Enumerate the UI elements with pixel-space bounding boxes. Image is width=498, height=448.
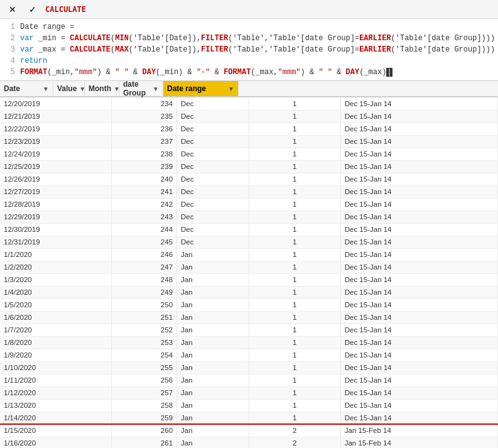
cell-daterange: Jan 15-Feb 14: [340, 437, 497, 448]
cell-daterange: Dec 15-Jan 14: [340, 311, 497, 324]
cell-value: 235: [111, 110, 176, 123]
cell-dategroup: 1: [249, 210, 340, 223]
cell-daterange: Dec 15-Jan 14: [340, 374, 497, 386]
cell-month: Jan: [177, 336, 249, 349]
cell-daterange: Dec 15-Jan 14: [340, 148, 497, 160]
cell-value: 236: [111, 123, 176, 135]
cell-value: 238: [111, 148, 176, 160]
table-row: 12/27/2019 241 Dec 1 Dec 15-Jan 14: [0, 185, 498, 198]
cell-dategroup: 1: [249, 123, 340, 135]
cell-dategroup: 1: [249, 349, 340, 361]
sort-arrow-daterange: ▼: [228, 85, 234, 92]
cell-month: Dec: [177, 110, 249, 123]
table-row: 12/25/2019 239 Dec 1 Dec 15-Jan 14: [0, 160, 498, 173]
cell-month: Dec: [177, 97, 249, 110]
table-row: 12/22/2019 236 Dec 1 Dec 15-Jan 14: [0, 123, 498, 135]
cell-daterange: Dec 15-Jan 14: [340, 135, 497, 148]
cell-month: Dec: [177, 123, 249, 135]
table-row: 1/9/2020 254 Jan 1 Dec 15-Jan 14: [0, 349, 498, 361]
cell-value: 255: [111, 361, 176, 374]
cell-month: Jan: [177, 324, 249, 336]
cell-date: 1/6/2020: [0, 311, 111, 324]
cell-value: 261: [111, 437, 176, 448]
table-row: 12/24/2019 238 Dec 1 Dec 15-Jan 14: [0, 148, 498, 160]
cell-date: 12/21/2019: [0, 110, 111, 123]
code-line-3: 3 var _max = CALCULATE(MAX('Table'[Date]…: [5, 44, 493, 55]
cell-daterange: Dec 15-Jan 14: [340, 349, 497, 361]
cell-date: 1/8/2020: [0, 336, 111, 349]
table-container: 12/20/2019 234 Dec 1 Dec 15-Jan 14 12/21…: [0, 97, 498, 448]
cell-date: 1/14/2020: [0, 412, 111, 424]
cell-dategroup: 1: [249, 261, 340, 273]
cell-value: 246: [111, 248, 176, 261]
cell-date: 12/24/2019: [0, 148, 111, 160]
cell-date: 1/9/2020: [0, 349, 111, 361]
cell-month: Dec: [177, 148, 249, 160]
table-row: 1/1/2020 246 Jan 1 Dec 15-Jan 14: [0, 248, 498, 261]
data-table: 12/20/2019 234 Dec 1 Dec 15-Jan 14 12/21…: [0, 97, 498, 448]
col-header-value[interactable]: Value ▼: [53, 81, 85, 96]
col-header-month[interactable]: Month ▼: [85, 81, 119, 96]
cell-month: Jan: [177, 424, 249, 437]
cell-month: Dec: [177, 135, 249, 148]
cell-value: 239: [111, 160, 176, 173]
cell-date: 12/22/2019: [0, 123, 111, 135]
cell-month: Jan: [177, 437, 249, 448]
cell-dategroup: 1: [249, 223, 340, 236]
confirm-button[interactable]: ✓: [25, 2, 40, 17]
cell-date: 1/16/2020: [0, 437, 111, 448]
cell-dategroup: 1: [249, 97, 340, 110]
cell-month: Dec: [177, 223, 249, 236]
table-row: 1/2/2020 247 Jan 1 Dec 15-Jan 14: [0, 261, 498, 273]
cell-daterange: Dec 15-Jan 14: [340, 298, 497, 311]
cell-date: 12/26/2019: [0, 173, 111, 185]
col-header-daterange[interactable]: Date range ▼: [163, 81, 239, 96]
toolbar: ✕ ✓ CALCULATE: [0, 0, 498, 19]
cell-month: Jan: [177, 311, 249, 324]
cell-daterange: Dec 15-Jan 14: [340, 223, 497, 236]
cell-value: 244: [111, 223, 176, 236]
cell-date: 12/29/2019: [0, 210, 111, 223]
cell-dategroup: 1: [249, 412, 340, 424]
table-row: 1/10/2020 255 Jan 1 Dec 15-Jan 14: [0, 361, 498, 374]
cell-month: Jan: [177, 361, 249, 374]
cell-daterange: Dec 15-Jan 14: [340, 361, 497, 374]
cell-date: 1/11/2020: [0, 374, 111, 386]
cell-date: 1/2/2020: [0, 261, 111, 273]
cell-value: 242: [111, 198, 176, 210]
cell-daterange: Dec 15-Jan 14: [340, 324, 497, 336]
table-row: 1/6/2020 251 Jan 1 Dec 15-Jan 14: [0, 311, 498, 324]
table-row: 1/15/2020 260 Jan 2 Jan 15-Feb 14: [0, 424, 498, 437]
cell-value: 237: [111, 135, 176, 148]
cancel-button[interactable]: ✕: [5, 2, 20, 17]
cell-date: 1/10/2020: [0, 361, 111, 374]
table-row: 1/12/2020 257 Jan 1 Dec 15-Jan 14: [0, 386, 498, 399]
cell-daterange: Dec 15-Jan 14: [340, 273, 497, 286]
col-header-date[interactable]: Date ▼: [0, 81, 53, 96]
cell-dategroup: 1: [249, 248, 340, 261]
table-row: 12/23/2019 237 Dec 1 Dec 15-Jan 14: [0, 135, 498, 148]
cell-dategroup: 1: [249, 298, 340, 311]
cell-dategroup: 2: [249, 424, 340, 437]
column-headers: Date ▼ Value ▼ Month ▼ date Group ▼ Date…: [0, 81, 498, 97]
cell-date: 1/4/2020: [0, 286, 111, 298]
cell-value: 249: [111, 286, 176, 298]
cell-daterange: Dec 15-Jan 14: [340, 236, 497, 248]
cell-dategroup: 2: [249, 437, 340, 448]
cell-value: 257: [111, 386, 176, 399]
cell-dategroup: 1: [249, 336, 340, 349]
table-row: 1/7/2020 252 Jan 1 Dec 15-Jan 14: [0, 324, 498, 336]
cell-value: 251: [111, 311, 176, 324]
cell-value: 243: [111, 210, 176, 223]
cell-date: 1/3/2020: [0, 273, 111, 286]
cell-daterange: Dec 15-Jan 14: [340, 97, 497, 110]
cell-month: Dec: [177, 185, 249, 198]
cell-month: Dec: [177, 160, 249, 173]
cell-daterange: Dec 15-Jan 14: [340, 160, 497, 173]
cell-dategroup: 1: [249, 198, 340, 210]
cell-dategroup: 1: [249, 399, 340, 412]
col-header-dategroup[interactable]: date Group ▼: [119, 81, 163, 96]
table-row: 12/31/2019 245 Dec 1 Dec 15-Jan 14: [0, 236, 498, 248]
cell-month: Jan: [177, 386, 249, 399]
cell-date: 12/20/2019: [0, 97, 111, 110]
